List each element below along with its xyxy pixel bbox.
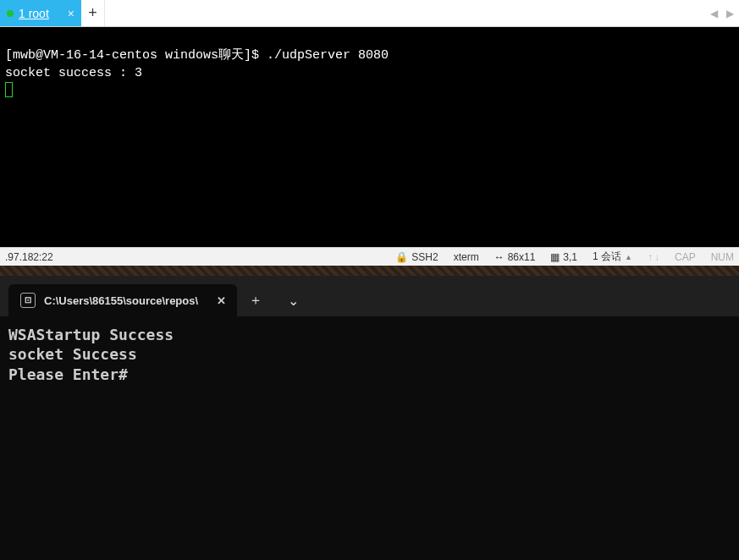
tab-prev-icon[interactable]: ◀ (710, 8, 718, 19)
terminal-profile-dropdown[interactable]: ⌄ (274, 284, 312, 316)
ssh-tab-bar: 1 root × + ◀ ▶ (0, 0, 739, 27)
status-pos-text: 3,1 (563, 251, 577, 263)
new-ssh-tab-button[interactable]: + (81, 0, 105, 26)
connection-status-dot-icon (7, 10, 14, 17)
status-cursor-pos: ▦ 3,1 (550, 251, 577, 263)
tab-next-icon[interactable]: ▶ (726, 8, 734, 19)
new-terminal-tab-button[interactable]: ＋ (237, 284, 274, 316)
windows-terminal-tab-title: C:\Users\86155\source\repos\ (44, 294, 198, 307)
status-termtype: xterm (454, 251, 479, 263)
winterm-line: socket Success (8, 345, 137, 363)
close-icon[interactable]: ✕ (212, 291, 230, 310)
status-numlock: NUM (711, 251, 734, 263)
terminal-cursor-icon (5, 82, 13, 97)
status-capslock: CAP (675, 251, 696, 263)
grid-icon: ▦ (550, 251, 560, 263)
window-divider (0, 266, 739, 276)
winterm-line: WSAStartup Success (8, 326, 174, 343)
ssh-prompt: [mwb@VM-16-14-centos windows聊天]$ (5, 48, 267, 63)
ssh-tab-label: 1 root (19, 7, 49, 20)
status-size: ↔ 86x11 (494, 251, 536, 263)
windows-terminal-output[interactable]: WSAStartup Success socket Success Please… (0, 316, 739, 560)
ssh-tab-active[interactable]: 1 root × (0, 0, 81, 26)
ssh-output-line: socket success : 3 (5, 66, 142, 80)
windows-terminal: ⊡ C:\Users\86155\source\repos\ ✕ ＋ ⌄ WSA… (0, 276, 739, 560)
lock-icon: 🔒 (395, 251, 408, 263)
ssh-command: ./udpServer 8080 (267, 48, 389, 63)
ssh-terminal-output[interactable]: [mwb@VM-16-14-centos windows聊天]$ ./udpSe… (0, 27, 739, 247)
ssh-status-bar: .97.182:22 🔒 SSH2 xterm ↔ 86x11 ▦ 3,1 1 … (0, 247, 739, 266)
cmd-icon: ⊡ (20, 293, 36, 308)
close-icon[interactable]: × (68, 7, 74, 20)
status-protocol: 🔒 SSH2 (395, 251, 438, 263)
status-protocol-text: SSH2 (411, 251, 438, 263)
status-sessions[interactable]: 1 会话 ▲ (593, 250, 632, 264)
status-host: .97.182:22 (5, 251, 53, 263)
arrow-down-icon: ↓ (654, 251, 659, 263)
winterm-line: Please Enter# (8, 365, 128, 383)
arrow-up-icon: ↑ (648, 251, 653, 263)
tab-nav-arrows: ◀ ▶ (705, 0, 739, 26)
tabbar-spacer (105, 0, 705, 26)
windows-terminal-tab[interactable]: ⊡ C:\Users\86155\source\repos\ ✕ (8, 284, 237, 316)
status-sessions-text: 1 会话 (593, 250, 621, 264)
windows-terminal-titlebar[interactable]: ⊡ C:\Users\86155\source\repos\ ✕ ＋ ⌄ (0, 276, 739, 316)
chevron-up-icon: ▲ (625, 253, 632, 261)
resize-icon: ↔ (494, 251, 505, 263)
status-size-text: 86x11 (508, 251, 536, 263)
transfer-arrows: ↑ ↓ (648, 251, 659, 263)
